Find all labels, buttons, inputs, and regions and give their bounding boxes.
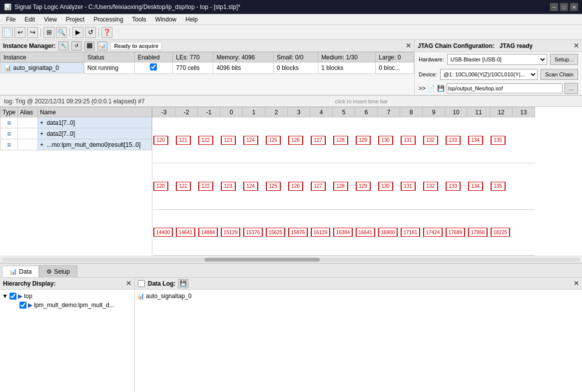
sof-path-input[interactable]: [447, 83, 563, 93]
menu-processing[interactable]: Processing: [89, 15, 127, 24]
wave-cell-1-13: 133: [445, 117, 468, 163]
wave-val-2-12: 132: [423, 182, 438, 191]
toolbar-run[interactable]: ▶: [72, 27, 83, 38]
datalog-instance-item[interactable]: 📊 auto_signaltap_0: [137, 292, 580, 301]
signal-name-3: + ...mo:lpm_mult_demo0|result[15..0]: [38, 139, 152, 150]
wave-cell-3-15: 18225: [490, 209, 513, 255]
wave-val-3-1: 14641: [176, 228, 196, 237]
menu-window[interactable]: Window: [151, 15, 181, 24]
tree-check-top[interactable]: [9, 293, 16, 300]
instance-manager-btn4[interactable]: 📊: [97, 41, 107, 50]
jtag-close[interactable]: ✕: [574, 42, 579, 49]
signal-right[interactable]: -3 -2 -1 0 1 2 3 4 5 6 7 8 9: [152, 107, 582, 256]
wave-cell-3-11: 17161: [400, 209, 423, 255]
jtag-hardware-dropdown[interactable]: USB-Blaster [USB-0]: [447, 54, 547, 65]
sof-browse-button[interactable]: ...: [565, 83, 578, 94]
col-1: 1: [243, 107, 265, 117]
menu-tools[interactable]: Tools: [128, 15, 150, 24]
menu-view[interactable]: View: [40, 15, 61, 24]
scrollbar-thumb[interactable]: [204, 258, 320, 262]
tab-setup[interactable]: ⚙ Setup: [39, 265, 77, 277]
toolbar-stop[interactable]: ↺: [85, 27, 96, 38]
sof-manager-icon: 📄: [428, 85, 435, 92]
wave-val-2-7: 127: [311, 182, 326, 191]
jtag-device-dropdown[interactable]: @1: 10CL006(Y|Z)/10CL010(Y|...: [440, 69, 538, 80]
toolbar-undo[interactable]: ↩: [14, 27, 25, 38]
wave-cell-2-3: 123: [220, 163, 243, 209]
maximize-button[interactable]: □: [560, 3, 568, 11]
tree-check-lpm[interactable]: [19, 302, 26, 309]
col-9: 9: [423, 107, 445, 117]
datalog-save-button[interactable]: 💾: [178, 279, 188, 288]
wave-cell-2-9: 129: [355, 163, 378, 209]
scrollbar-area[interactable]: [0, 256, 582, 263]
instance-enabled-checkbox[interactable]: [150, 63, 157, 70]
expand-1[interactable]: +: [40, 119, 43, 126]
instance-manager-btn3[interactable]: ⬛: [84, 41, 94, 50]
bottom-panels: Hierarchy Display: ✕ ▼ ▶ top ▶ lpm_mult_…: [0, 277, 582, 392]
tree-item-top[interactable]: ▼ ▶ top: [2, 292, 132, 301]
wave-cell-2-6: 126: [288, 163, 310, 209]
signal-type-2: ≡: [0, 128, 18, 139]
datalog-enable-checkbox[interactable]: [138, 280, 145, 287]
wave-cell-3-5: 15625: [265, 209, 288, 255]
wave-val-2-5: 125: [266, 182, 281, 191]
col-12: 12: [490, 107, 513, 117]
menu-help[interactable]: Help: [181, 15, 202, 24]
wave-cell-2-16: [513, 163, 535, 209]
expand-3[interactable]: +: [40, 141, 43, 148]
menu-project[interactable]: Project: [62, 15, 88, 24]
waveform-header: log: Trig @ 2022/12/31 09:29:25 (0:0:0.1…: [0, 96, 582, 107]
instance-manager-btn1[interactable]: 🔧: [58, 41, 68, 50]
wave-val-3-4: 15376: [243, 228, 263, 237]
col-neg3: -3: [153, 107, 175, 117]
waveform-row-2: 120 121 122 123 124 125 126 127 128 129 …: [153, 163, 535, 209]
wave-val-2-8: 128: [333, 182, 348, 191]
waveform-click-hint[interactable]: click to insert time bar: [145, 98, 578, 104]
toolbar-new[interactable]: 📄: [2, 27, 13, 38]
tab-data[interactable]: 📊 Data: [2, 266, 39, 278]
titlebar: 📊 Signal Tap Logic Analyzer - C:/Users/f…: [0, 0, 582, 14]
jtag-setup-button[interactable]: Setup...: [550, 54, 578, 65]
jtag-hardware-label: Hardware:: [419, 56, 444, 62]
tree-expand-lpm[interactable]: [12, 302, 18, 309]
signal-alias-3: [18, 139, 38, 150]
wave-val-3-3: 15129: [221, 228, 241, 237]
waveform-log-text: log: Trig @ 2022/12/31 09:29:25 (0:0:0.1…: [4, 98, 145, 105]
tree-expand-top[interactable]: ▼: [2, 293, 8, 300]
instance-manager-btn2[interactable]: ↺: [71, 41, 81, 50]
instance-manager-close[interactable]: ✕: [406, 42, 411, 49]
tree-children: ▶ lpm_mult_demo:lpm_mult_d...: [2, 301, 132, 310]
signal-row-3: ≡ + ...mo:lpm_mult_demo0|result[15..0]: [0, 139, 152, 150]
wave-val-2-14: 134: [468, 182, 483, 191]
wave-val-1-3: 123: [221, 136, 236, 145]
close-button[interactable]: ✕: [570, 3, 578, 11]
tab-data-icon: 📊: [9, 268, 17, 275]
toolbar-redo[interactable]: ↪: [27, 27, 38, 38]
toolbar-add[interactable]: ⊞: [43, 27, 54, 38]
wave-cell-1-15: 135: [490, 117, 513, 163]
toolbar-help[interactable]: ❓: [101, 27, 112, 38]
expand-2[interactable]: +: [40, 130, 43, 137]
toolbar-search[interactable]: 🔍: [56, 27, 67, 38]
datalog-close[interactable]: ✕: [574, 280, 579, 287]
wave-val-3-8: 16384: [333, 228, 353, 237]
menu-file[interactable]: File: [2, 15, 19, 24]
tree-item-lpm[interactable]: ▶ lpm_mult_demo:lpm_mult_d...: [12, 301, 132, 310]
titlebar-controls[interactable]: ─ □ ✕: [550, 3, 578, 11]
scrollbar-track[interactable]: [2, 258, 580, 262]
signal-names-table: Type Alias Name ≡ +: [0, 107, 152, 150]
wave-val-1-10: 130: [378, 136, 393, 145]
instance-enabled[interactable]: [134, 62, 173, 74]
instance-name: 📊 auto_signaltap_0: [0, 62, 84, 73]
hierarchy-close[interactable]: ✕: [126, 280, 131, 287]
col-7: 7: [378, 107, 400, 117]
scan-chain-button[interactable]: Scan Chain: [541, 69, 578, 80]
waveform-col-headers: -3 -2 -1 0 1 2 3 4 5 6 7 8 9: [153, 107, 535, 117]
col-enabled: Enabled: [134, 52, 173, 62]
wave-val-3-13: 17689: [446, 228, 466, 237]
wave-val-2-1: 121: [176, 182, 191, 191]
minimize-button[interactable]: ─: [550, 3, 558, 11]
datalog-title: Data Log:: [148, 280, 175, 287]
menu-edit[interactable]: Edit: [20, 15, 39, 24]
